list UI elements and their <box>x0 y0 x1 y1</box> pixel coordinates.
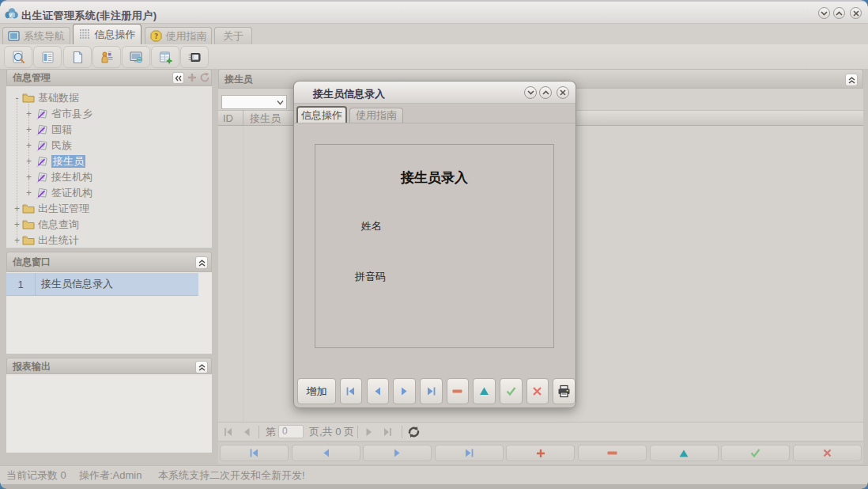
table-add-icon <box>159 51 172 64</box>
folder-icon <box>22 218 35 231</box>
tab-user-guide[interactable]: ? 使用指南 <box>145 27 212 44</box>
tree-item-qianzhengjigou[interactable]: + 签证机构 <box>6 185 212 201</box>
dialog-maximize-button[interactable] <box>539 86 552 99</box>
action-prev-button[interactable] <box>292 445 360 461</box>
name-field-label: 姓名 <box>361 219 382 233</box>
tab-system-navigation[interactable]: 系统导航 <box>2 27 70 44</box>
action-up-button[interactable] <box>650 445 719 461</box>
dialog-close-button[interactable] <box>557 86 569 99</box>
tab-label: 使用指南 <box>166 29 207 44</box>
tree-toggle[interactable]: + <box>13 219 21 230</box>
pager-label-total: 页,共 0 页 <box>309 425 354 439</box>
dialog-first-button[interactable] <box>340 378 363 404</box>
pager-refresh-icon[interactable] <box>408 426 420 438</box>
tree-toggle[interactable]: - <box>13 93 21 104</box>
monitor-globe-icon <box>130 51 143 64</box>
preview-search-button[interactable] <box>4 46 32 68</box>
dialog-print-button[interactable] <box>553 378 576 404</box>
monitor-globe-button[interactable] <box>122 46 150 68</box>
add-icon[interactable] <box>187 72 198 83</box>
tree-toggle[interactable]: + <box>25 156 32 167</box>
new-document-button[interactable] <box>63 46 92 68</box>
window-close-button[interactable] <box>850 7 862 19</box>
tree-item-guoji[interactable]: + 国籍 <box>6 122 212 138</box>
dialog-add-button[interactable]: 增加 <box>297 378 336 404</box>
action-add-button[interactable] <box>506 445 575 461</box>
pager-label-di: 第 <box>266 425 276 439</box>
tree-toggle[interactable]: + <box>25 172 32 183</box>
report-output-collapse-button[interactable] <box>195 361 208 373</box>
grid-column-id[interactable]: ID <box>223 111 233 125</box>
dialog-title: 接生员信息录入 <box>313 87 385 101</box>
chevron-up-icon <box>542 90 549 95</box>
dialog-next-button[interactable] <box>393 378 416 404</box>
main-panel-collapse-button[interactable] <box>845 74 858 86</box>
action-next-button[interactable] <box>363 445 432 461</box>
dialog-titlebar[interactable]: 接生员信息录入 <box>294 82 576 104</box>
form-view-button[interactable] <box>33 46 62 68</box>
dialog-prev-button[interactable] <box>367 378 390 404</box>
tab-information-operation[interactable]: 信息操作 <box>73 24 142 44</box>
pager-separator <box>357 426 358 438</box>
action-commit-button[interactable] <box>721 445 790 461</box>
tree-item-jichushuju[interactable]: - 基础数据 <box>6 90 212 106</box>
tree-toggle[interactable]: + <box>25 124 32 135</box>
binder-button[interactable] <box>180 46 209 68</box>
info-window-header: 信息窗口 <box>6 252 212 272</box>
tree-toggle[interactable]: + <box>13 235 21 246</box>
refresh-icon[interactable] <box>199 72 210 83</box>
user-report-button[interactable] <box>92 46 121 68</box>
svg-text:y: y <box>8 10 13 19</box>
action-remove-button[interactable] <box>578 445 647 461</box>
tree-toggle[interactable]: + <box>13 203 21 214</box>
last-icon <box>464 449 474 457</box>
tree-item-xinxichaxun[interactable]: + 信息查询 <box>6 217 212 233</box>
prev-icon <box>322 449 330 457</box>
info-window-row[interactable]: 1 接生员信息录入 <box>6 273 198 296</box>
filter-combobox[interactable] <box>221 95 287 109</box>
window-minimize-button[interactable] <box>818 7 830 19</box>
tree-item-jieshengyuan[interactable]: + 接生员 <box>6 154 212 169</box>
tree-item-minzu[interactable]: + 民族 <box>6 138 212 154</box>
tab-about[interactable]: 关于 <box>214 27 252 44</box>
grid-column-jieshengyuan[interactable]: 接生员 <box>250 111 281 125</box>
info-window-list: 1 接生员信息录入 <box>6 272 212 354</box>
tree-label: 民族 <box>51 139 72 152</box>
preview-search-icon <box>12 51 25 64</box>
dialog-cancel-button[interactable] <box>526 378 549 404</box>
dialog-minimize-button[interactable] <box>524 86 537 99</box>
action-buttonbar <box>218 442 863 464</box>
dialog-tab-user-guide[interactable]: 使用指南 <box>349 108 403 123</box>
tree-item-shengshixianxiang[interactable]: + 省市县乡 <box>6 106 212 122</box>
prev-icon <box>372 386 383 396</box>
action-first-button[interactable] <box>220 445 289 461</box>
dialog-up-button[interactable] <box>473 378 496 404</box>
dialog-remove-button[interactable] <box>447 378 470 404</box>
page-prev-icon[interactable] <box>242 427 251 437</box>
table-add-button[interactable] <box>151 46 179 68</box>
window-maximize-button[interactable] <box>833 7 845 19</box>
action-cancel-button[interactable] <box>793 445 862 461</box>
tree-label: 接生机构 <box>51 171 92 184</box>
page-last-icon[interactable] <box>382 427 393 437</box>
page-number-input[interactable]: 0 <box>278 425 304 438</box>
dialog-commit-button[interactable] <box>500 378 523 404</box>
tree-label: 出生统计 <box>38 234 79 247</box>
tree-item-chushengzhengguanli[interactable]: + 出生证管理 <box>6 201 212 217</box>
dialog-tab-info-operation[interactable]: 信息操作 <box>296 106 347 123</box>
minus-icon <box>452 386 462 396</box>
tree-item-jieshengjigou[interactable]: + 接生机构 <box>6 169 212 185</box>
dialog-tab-baseline <box>294 123 576 123</box>
triangle-up-icon <box>679 449 689 457</box>
tree-item-chushengtongji[interactable]: + 出生统计 <box>6 233 212 248</box>
dialog-last-button[interactable] <box>420 378 443 404</box>
action-last-button[interactable] <box>435 445 504 461</box>
pager-separator <box>402 426 402 438</box>
info-window-collapse-button[interactable] <box>195 256 208 269</box>
tree-toggle[interactable]: + <box>25 188 32 199</box>
collapse-left-button[interactable] <box>172 72 184 84</box>
tree-toggle[interactable]: + <box>25 108 32 119</box>
page-first-icon[interactable] <box>223 427 234 437</box>
page-next-icon[interactable] <box>364 427 374 437</box>
tree-toggle[interactable]: + <box>25 140 32 151</box>
